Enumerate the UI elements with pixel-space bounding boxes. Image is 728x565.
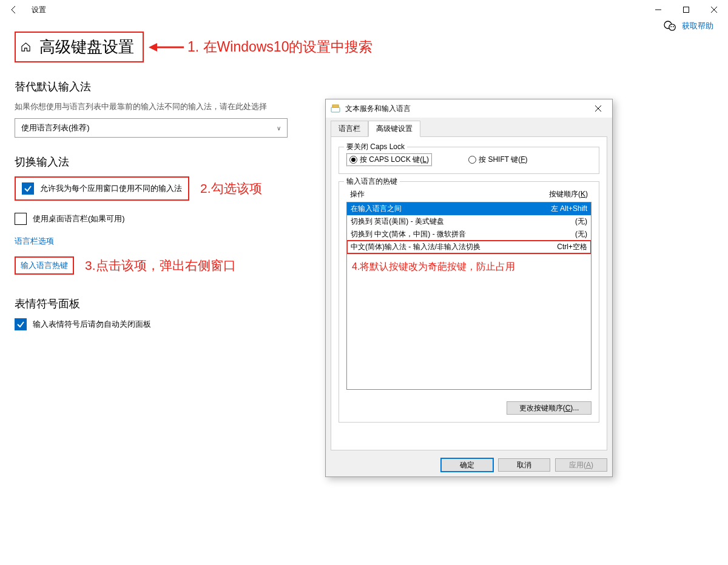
maximize-icon (683, 7, 689, 13)
svg-point-7 (673, 26, 674, 27)
section-default-heading: 替代默认输入法 (15, 79, 713, 94)
help-link[interactable]: 获取帮助 (664, 21, 713, 32)
help-icon (664, 21, 676, 32)
hotkeys-group: 输入语言的热键 操作 按键顺序(K) 在输入语言之间左 Alt+Shift切换到… (339, 181, 599, 423)
per-app-label: 允许我为每个应用窗口使用不同的输入法 (40, 183, 182, 194)
annotation-3: 3.点击该项，弹出右侧窗口 (85, 257, 236, 274)
hotkey-row[interactable]: 切换到 中文(简体，中国) - 微软拼音(无) (347, 228, 591, 241)
minimize-icon (655, 7, 661, 13)
langbar-options-link[interactable]: 语言栏选项 (15, 236, 54, 247)
emoji-autoclose-checkbox[interactable] (15, 318, 27, 330)
tab-languagebar[interactable]: 语言栏 (331, 121, 368, 137)
svg-point-5 (669, 24, 675, 30)
input-hotkeys-link[interactable]: 输入语言热键 (15, 256, 74, 275)
close-button[interactable] (700, 0, 728, 19)
svg-marker-9 (149, 43, 157, 52)
page-title: 高级键盘设置 (39, 36, 134, 58)
dropdown-value: 使用语言列表(推荐) (21, 122, 90, 133)
dialog-title: 文本服务和输入语言 (345, 104, 411, 114)
radio-capslock-label: 按 CAPS LOCK 键(L) (360, 155, 429, 165)
check-icon (24, 184, 32, 193)
change-sequence-button[interactable]: 更改按键顺序(C)... (507, 401, 592, 415)
minimize-button[interactable] (644, 0, 672, 19)
annotation-1: 1. 在Windows10的设置中搜索 (149, 38, 372, 56)
per-app-checkbox[interactable] (22, 182, 34, 195)
hotkeys-group-title: 输入语言的热键 (344, 176, 400, 187)
check-icon (16, 320, 25, 329)
radio-shift[interactable] (468, 156, 476, 164)
dialog-titlebar: 文本服务和输入语言 (326, 99, 612, 118)
desktop-langbar-label: 使用桌面语言栏(如果可用) (33, 213, 125, 224)
home-icon (21, 42, 31, 52)
close-icon (595, 105, 601, 112)
close-icon (711, 7, 717, 13)
apply-button[interactable]: 应用(A) (555, 458, 607, 472)
maximize-button[interactable] (672, 0, 700, 19)
radio-shift-label: 按 SHIFT 键(F) (479, 155, 527, 165)
capslock-group-title: 要关闭 Caps Lock (344, 142, 407, 152)
hotkeys-list[interactable]: 在输入语言之间左 Alt+Shift切换到 英语(美国) - 美式键盘(无)切换… (346, 202, 592, 390)
radio-capslock[interactable] (349, 156, 357, 164)
window-title: 设置 (32, 5, 46, 15)
default-ime-dropdown[interactable]: 使用语言列表(推荐) ∨ (15, 118, 288, 138)
ok-button[interactable]: 确定 (441, 458, 493, 472)
emoji-autoclose-label: 输入表情符号后请勿自动关闭面板 (33, 319, 151, 330)
arrow-left-icon (149, 40, 185, 55)
annotation-4: 4.将默认按键改为奇葩按键，防止占用 (347, 253, 591, 281)
annotation-2: 2.勾选该项 (200, 180, 262, 197)
page-title-container: 高级键盘设置 (15, 32, 144, 62)
capslock-group: 要关闭 Caps Lock 按 CAPS LOCK 键(L) 按 SHIFT 键… (339, 147, 599, 174)
arrow-left-icon (9, 5, 19, 15)
svg-point-6 (670, 26, 672, 27)
help-label: 获取帮助 (682, 21, 713, 32)
hotkey-row[interactable]: 在输入语言之间左 Alt+Shift (347, 202, 591, 215)
desktop-langbar-checkbox[interactable] (15, 213, 27, 225)
svg-rect-11 (332, 105, 339, 107)
tab-panel: 要关闭 Caps Lock 按 CAPS LOCK 键(L) 按 SHIFT 键… (331, 136, 607, 450)
text-services-dialog: 文本服务和输入语言 语言栏 高级键设置 要关闭 Caps Lock 按 CAPS… (325, 99, 613, 477)
hotkey-row[interactable]: 中文(简体)输入法 - 输入法/非输入法切换Ctrl+空格 (347, 241, 591, 253)
keyboard-icon (331, 104, 340, 113)
annotation-2-box: 允许我为每个应用窗口使用不同的输入法 (15, 176, 189, 201)
cancel-button[interactable]: 取消 (498, 458, 550, 472)
back-button[interactable] (0, 0, 28, 19)
col-action: 操作 (350, 189, 365, 199)
dialog-close-button[interactable] (589, 102, 607, 115)
svg-rect-10 (331, 107, 340, 112)
chevron-down-icon: ∨ (277, 125, 281, 132)
hotkey-row[interactable]: 切换到 英语(美国) - 美式键盘(无) (347, 215, 591, 228)
col-keys: 按键顺序(K) (549, 189, 588, 199)
svg-rect-1 (684, 7, 689, 13)
tab-advanced-keys[interactable]: 高级键设置 (368, 121, 420, 137)
